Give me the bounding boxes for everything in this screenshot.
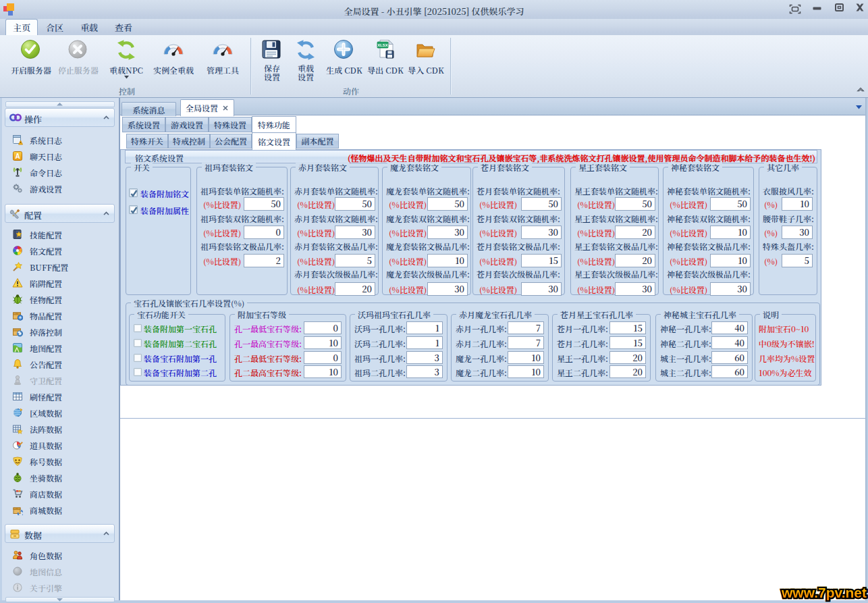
svg-text:XLSX: XLSX xyxy=(377,43,388,47)
svg-text:A: A xyxy=(15,153,20,160)
